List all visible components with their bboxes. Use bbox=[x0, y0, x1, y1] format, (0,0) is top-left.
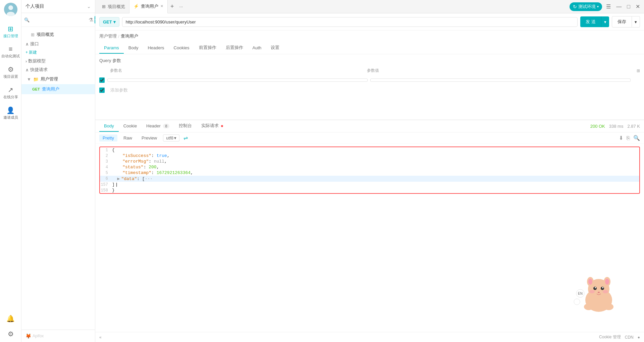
env-chevron-icon: ▾ bbox=[597, 5, 599, 8]
encoding-chevron-icon: ▾ bbox=[174, 135, 176, 140]
line-num-1: 1 bbox=[100, 148, 112, 153]
sidebar-icons: ⊞ 接口管理 ≡ 自动化测试 ⚙ 项目设置 ↗ 在线分享 👤 邀请成员 🔔 ⚙ bbox=[0, 0, 21, 342]
project-header: 个人项目 ⌄ bbox=[21, 0, 95, 13]
sidebar-item-api[interactable]: ⊞ 接口管理 bbox=[0, 21, 21, 42]
code-line-3: 3 "errorMsg": null, bbox=[100, 159, 639, 164]
req-tab-post-op[interactable]: 后置操作 bbox=[221, 42, 248, 54]
param-add-name[interactable]: 添加参数 bbox=[107, 86, 368, 95]
url-bar: GET ▾ 发 送 ▾ 保存 ▾ bbox=[95, 13, 644, 31]
gear-icon: ⚙ bbox=[8, 330, 14, 338]
apifox-logo-label: Apifox bbox=[33, 334, 44, 338]
req-tab-body[interactable]: Body bbox=[124, 43, 143, 54]
save-dropdown-button[interactable]: ▾ bbox=[632, 16, 640, 27]
menu-button[interactable]: ☰ bbox=[605, 2, 612, 11]
status-indicator: ● bbox=[638, 335, 640, 340]
req-tab-settings[interactable]: 设置 bbox=[266, 42, 284, 54]
sidebar-item-auto[interactable]: ≡ 自动化测试 bbox=[0, 42, 21, 62]
quick-request-label: 快捷请求 bbox=[30, 67, 48, 73]
req-tab-params[interactable]: Params bbox=[99, 43, 124, 54]
breadcrumb-parent: 用户管理 bbox=[99, 33, 117, 39]
resp-tab-cookie[interactable]: Cookie bbox=[119, 121, 142, 132]
req-tab-headers[interactable]: Headers bbox=[143, 43, 169, 54]
project-chevron-icon[interactable]: ⌄ bbox=[87, 4, 91, 9]
settings-icon: ⚙ bbox=[8, 65, 14, 73]
sidebar-item-share-label: 在线分享 bbox=[3, 95, 18, 100]
tab-add-button[interactable]: + bbox=[168, 3, 177, 10]
user-mgmt-label: 用户管理 bbox=[41, 76, 58, 82]
send-dropdown-button[interactable]: ▾ bbox=[601, 16, 609, 27]
param-add-value[interactable] bbox=[370, 89, 631, 92]
avatar[interactable] bbox=[4, 3, 17, 16]
param-1-name[interactable] bbox=[107, 78, 368, 82]
main-content: 用户管理 / 查询用户 Params Body Headers Cookies … bbox=[95, 31, 644, 332]
tab-bar-right: ↻ 测试环境 ▾ ☰ — □ ✕ bbox=[570, 2, 641, 11]
tab-query-user[interactable]: ⚡ 查询用户 ✕ bbox=[129, 0, 168, 13]
new-item-button[interactable]: + 新建 bbox=[21, 48, 95, 57]
panel-item-query-user[interactable]: GET 查询用户 bbox=[21, 84, 95, 94]
method-selector[interactable]: GET ▾ bbox=[99, 17, 119, 27]
sidebar-item-gear[interactable]: ⚙ bbox=[6, 327, 15, 342]
sidebar-item-settings[interactable]: ⚙ 项目设置 bbox=[0, 62, 21, 82]
fmt-tab-raw[interactable]: Raw bbox=[120, 134, 136, 141]
col-actions-icon: ⊞ bbox=[633, 68, 640, 73]
interfaces-section[interactable]: ∧ 接口 bbox=[21, 40, 95, 48]
sidebar-item-bell[interactable]: 🔔 bbox=[6, 311, 15, 327]
fmt-tab-pretty[interactable]: Pretty bbox=[99, 134, 117, 141]
interfaces-label: 接口 bbox=[30, 41, 39, 47]
sidebar-item-share[interactable]: ↗ 在线分享 bbox=[0, 82, 21, 103]
minimize-button[interactable]: — bbox=[615, 2, 623, 11]
panel-item-overview[interactable]: ⊞ 项目概览 bbox=[21, 30, 95, 40]
cookie-mgmt-label[interactable]: Cookie 管理 bbox=[599, 334, 621, 340]
resp-tab-console[interactable]: 控制台 bbox=[174, 120, 197, 132]
req-tab-auth[interactable]: Auth bbox=[248, 43, 266, 54]
sidebar-item-invite[interactable]: 👤 邀请成员 bbox=[0, 103, 21, 123]
tab-close-button[interactable]: ✕ bbox=[160, 4, 163, 8]
save-button[interactable]: 保存 bbox=[612, 16, 632, 27]
code-line-157: 157 ]| bbox=[100, 182, 639, 187]
download-button[interactable]: ⬇ bbox=[619, 135, 623, 141]
resp-tab-actual-req[interactable]: 实际请求 bbox=[197, 120, 228, 132]
search-bar: 🔍 ⚗ + bbox=[21, 13, 95, 27]
filter-code-icon[interactable]: ⇌ bbox=[183, 135, 188, 141]
collapse-left-icon[interactable]: « bbox=[99, 335, 102, 340]
collapse-icon-6[interactable]: ▶ bbox=[117, 176, 120, 181]
panel-item-user-mgmt[interactable]: ▼ 📁 用户管理 bbox=[21, 74, 95, 84]
project-name: 个人项目 bbox=[25, 3, 44, 9]
url-input[interactable] bbox=[122, 17, 578, 27]
env-selector[interactable]: ↻ 测试环境 ▾ bbox=[570, 2, 602, 11]
req-tab-cookies[interactable]: Cookies bbox=[169, 43, 194, 54]
code-line-6: 6 ▶"data": [··· bbox=[100, 176, 639, 182]
sidebar-bottom: 🔔 ⚙ bbox=[6, 311, 15, 342]
send-button[interactable]: 发 送 bbox=[580, 16, 601, 27]
tab-overview[interactable]: ⊞ 项目概览 bbox=[98, 0, 129, 13]
env-refresh-icon: ↻ bbox=[573, 4, 577, 9]
maximize-button[interactable]: □ bbox=[626, 2, 632, 11]
line-num-2: 2 bbox=[100, 153, 112, 158]
search-code-button[interactable]: 🔍 bbox=[633, 135, 640, 141]
tab-query-user-label: 查询用户 bbox=[141, 3, 158, 9]
share-icon: ↗ bbox=[8, 86, 13, 94]
header-badge: 8 bbox=[163, 124, 169, 128]
close-button[interactable]: ✕ bbox=[634, 2, 641, 11]
req-tab-pre-op[interactable]: 前置操作 bbox=[194, 42, 221, 54]
search-input[interactable] bbox=[31, 17, 87, 22]
filter-button[interactable]: ⚗ bbox=[89, 17, 93, 23]
resp-tab-header[interactable]: Header 8 bbox=[142, 121, 174, 132]
sidebar-item-api-label: 接口管理 bbox=[3, 34, 18, 39]
apifox-logo-icon: 🦊 bbox=[25, 333, 31, 339]
copy-button[interactable]: ⎘ bbox=[627, 135, 630, 141]
param-1-value[interactable] bbox=[370, 78, 631, 82]
line-num-5: 5 bbox=[100, 170, 112, 175]
method-badge: GET bbox=[32, 87, 40, 91]
response-area: Body Cookie Header 8 控制台 实际请求 200 OK 338… bbox=[95, 120, 644, 196]
quick-request-section[interactable]: ∧ 快捷请求 bbox=[21, 65, 95, 74]
tab-more-button[interactable]: ··· bbox=[177, 4, 186, 9]
param-add-checkbox[interactable] bbox=[99, 88, 105, 93]
fmt-tab-preview[interactable]: Preview bbox=[138, 134, 160, 141]
encoding-selector[interactable]: utf8 ▾ bbox=[163, 134, 179, 141]
breadcrumb: 用户管理 / 查询用户 bbox=[95, 31, 644, 42]
param-1-checkbox[interactable] bbox=[99, 77, 105, 83]
line-content-1: { bbox=[112, 148, 639, 153]
data-model-section[interactable]: › 数据模型 bbox=[21, 57, 95, 65]
resp-tab-body[interactable]: Body bbox=[99, 121, 119, 132]
